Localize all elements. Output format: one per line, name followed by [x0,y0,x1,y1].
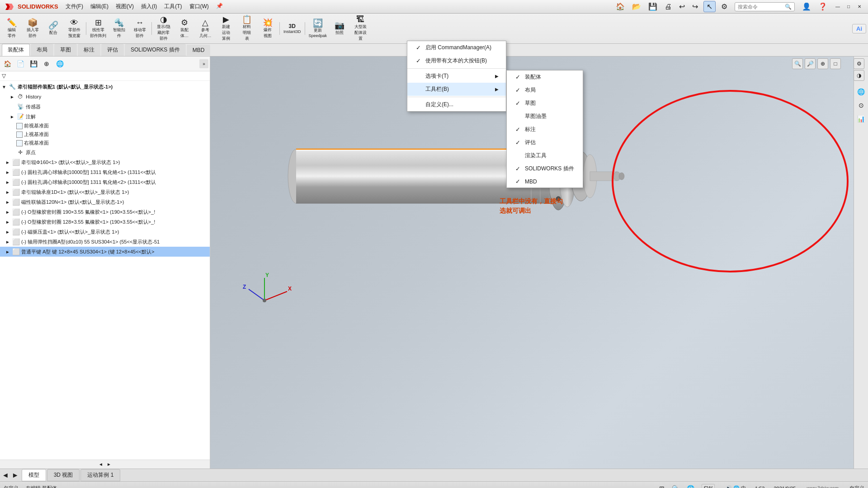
comp5-expand[interactable]: ► [5,200,12,205]
tb-explode[interactable]: 💥 爆炸视图 [258,18,278,40]
tb-instant3d[interactable]: 3D Instant3D [282,23,303,35]
lp-globe-btn[interactable]: 🌐 [54,58,66,70]
sub-assembly[interactable]: ✓ 装配体 [507,70,583,84]
tab-mbd[interactable]: MBD [187,45,211,56]
sub-sw-addins[interactable]: ✓ SOLIDWORKS 插件 [507,162,583,175]
tree-history[interactable]: ► ⏱ History [0,92,210,102]
zoom-area-btn[interactable]: 🔎 [805,58,816,69]
tab-sw-addins[interactable]: SOLIDWORKS 插件 [125,44,186,56]
new-file-icon[interactable]: 🏠 [614,2,627,11]
tree-comp-9[interactable]: ► ⬜ (-) 轴用弹性挡圈A型(d0≥10) 55 SUS304<1> (55… [0,237,210,247]
scroll-right-icon[interactable]: ► [107,462,111,467]
user-icon[interactable]: 👤 [800,2,813,11]
comp1-expand[interactable]: ► [5,160,12,165]
menu-view[interactable]: 视图(V) [112,1,137,12]
taskbar-search-icon[interactable]: 🔍 [672,485,679,488]
ctx-use-large-buttons[interactable]: ✓ 使用带有文本的大按钮(B) [407,54,506,67]
search-icon[interactable]: 🔍 [785,4,792,10]
comp8-expand[interactable]: ► [5,230,12,235]
tb-insert-component[interactable]: 📦 插入零部件 [23,18,42,40]
select-cursor-icon[interactable]: ↖ [703,1,716,12]
taskbar-edge-icon[interactable]: 🌐 [687,485,694,488]
tb-smart-fastener[interactable]: 🔩 智能扣件 [109,18,129,40]
lp-doc-btn[interactable]: 📄 [14,58,26,70]
rebuild-icon[interactable]: ⚙ [719,2,729,11]
comp4-expand[interactable]: ► [5,190,12,195]
comp9-expand[interactable]: ► [5,239,12,244]
tree-comp-6[interactable]: ► ⬜ (-) O型橡胶密封圈 190×3.55 氟橡胶<1> (190×3.5… [0,207,210,217]
taskbar-windows-icon[interactable]: ⊞ [659,485,665,488]
comp6-expand[interactable]: ► [5,210,12,215]
menu-tools[interactable]: 工具(T) [160,1,185,12]
lp-save-btn[interactable]: 💾 [28,58,39,70]
view-hide-btn[interactable]: ◑ [854,70,864,81]
btab-3dview[interactable]: 3D 视图 [47,469,80,481]
pin-button[interactable]: 📌 [212,1,226,12]
tree-comp-3[interactable]: ► ⬜ (-) 圆柱孔调心球轴承[10000型] 1311 氧化铬<2> (13… [0,177,210,187]
annotations-expand[interactable]: ► [10,114,16,119]
tree-comp-2[interactable]: ► ⬜ (-) 圆柱孔调心球轴承[10000型] 1311 氧化铬<1> (13… [0,167,210,177]
tree-comp-8[interactable]: ► ⬜ (-) 磁驱压盖<1> (默认<<默认>_显示状态 1>) [0,227,210,237]
sub-layout[interactable]: ✓ 布局 [507,84,583,97]
sub-annotation[interactable]: ✓ 标注 [507,123,583,136]
tree-comp-4[interactable]: ► ⬜ 牵引辊轴承座1D<1> (默认<<默认>_显示状态 1>) [0,187,210,197]
tab-assembly[interactable]: 装配体 [2,44,30,56]
tb-bom[interactable]: 📋 材料明细表 [237,14,257,42]
tree-front-plane[interactable]: 前视基准面 [0,122,210,130]
tree-comp-10[interactable]: ► ⬜ 普通平键 A型 键 12×8×45 SUS304<1> (键 12×8×… [0,247,210,257]
rp-btn-4[interactable]: ⊙ [855,99,868,112]
root-expand[interactable]: ▼ [2,84,8,89]
menu-window[interactable]: 窗口(W) [186,1,212,12]
btab-model[interactable]: 模型 [22,469,46,481]
rp-btn-5[interactable]: 📊 [855,113,868,125]
view-display-btn[interactable]: ⚙ [854,58,864,69]
close-button[interactable]: ✕ [854,2,864,12]
customize-status[interactable]: 自定义 [849,485,864,488]
zoom-fit-btn[interactable]: 🔍 [792,58,803,69]
tree-comp-5[interactable]: ► ⬜ 磁性联轴器120N<1> (默认<默认_显示状态-1>) [0,197,210,207]
rp-btn-3[interactable]: 🌐 [855,85,868,98]
comp2-expand[interactable]: ► [5,170,12,175]
ctx-tabs[interactable]: 选项卡(T) ▶ [407,70,506,83]
sub-mbd[interactable]: ✓ MBD [507,175,583,188]
sub-render[interactable]: 渲染工具 [507,149,583,162]
btab-motion1[interactable]: 运动算例 1 [80,469,120,481]
3d-view-btn[interactable]: ⊕ [817,58,828,69]
tb-ref-geometry[interactable]: △ 参考几何… [195,18,215,40]
comp3-expand[interactable]: ► [5,180,12,185]
tree-comp-1[interactable]: ► ⬜ 牵引辊Φ160<1> (默认<<默认>_显示状态 1>) [0,157,210,167]
undo-icon[interactable]: ↩ [677,2,687,11]
tree-comp-7[interactable]: ► ⬜ (-) O型橡胶密封圈 128×3.55 氟橡胶<1> (190×3.5… [0,217,210,227]
scroll-left-icon[interactable]: ◄ [99,462,103,467]
menu-file[interactable]: 文件(F) [62,1,87,12]
comp10-expand[interactable]: ► [5,249,12,254]
menu-edit[interactable]: 编辑(E) [87,1,112,12]
tree-sensors[interactable]: 📡 传感器 [0,102,210,112]
open-file-icon[interactable]: 📂 [630,2,643,11]
sub-sketch[interactable]: ✓ 草图 [507,97,583,110]
lp-home-btn[interactable]: 🏠 [1,58,13,70]
tb-update-speedpak[interactable]: 🔄 更新Speedpak [307,18,329,39]
ctx-enable-commandmanager[interactable]: ✓ 启用 CommandManager(A) [407,41,506,54]
taskbar-solidworks-icon[interactable]: SW [702,484,715,488]
tab-layout[interactable]: 布局 [31,44,53,56]
redo-icon[interactable]: ↪ [690,2,700,11]
tb-photo[interactable]: 📷 拍照 [330,20,349,37]
tb-new-motion[interactable]: ▶ 新建运动算例 [216,14,236,42]
history-expand[interactable]: ► [10,94,16,99]
tree-root[interactable]: ▼ 🔧 牵引辊部件装配1 (默认<默认_显示状态-1>) [0,82,210,92]
tab-evaluate[interactable]: 评估 [101,44,124,56]
tab-sketch[interactable]: 草图 [54,44,77,56]
tb-assembly[interactable]: ⚙ 装配体… [175,18,194,40]
tb-edit-part[interactable]: ✏️ 编辑 零件 [2,18,22,40]
view-orient-btn[interactable]: □ [830,58,841,69]
minimize-button[interactable]: — [833,2,843,12]
ctx-customize[interactable]: 自定义(E)... [407,98,506,111]
sub-sketch-ink[interactable]: 草图油墨 [507,110,583,123]
tree-annotations[interactable]: ► 📝 注解 [0,112,210,122]
tree-origin[interactable]: ✛ 原点 [0,147,210,157]
tb-preview[interactable]: 👁 零部件预览窗 [64,18,84,40]
ctx-toolbars[interactable]: 工具栏(B) ▶ [407,83,506,96]
tb-mate[interactable]: 🔗 配合 [43,20,63,37]
comp7-expand[interactable]: ► [5,220,12,225]
